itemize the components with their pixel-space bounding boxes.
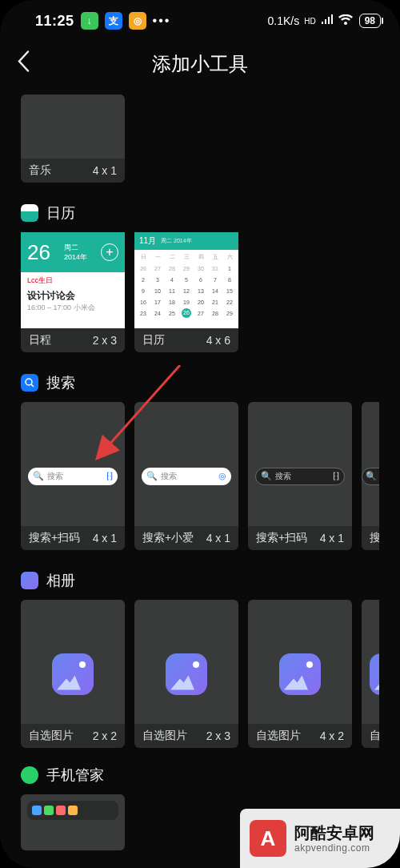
app-icon-1: ↓ [81, 12, 98, 30]
widget-name: 自选图片 [29, 729, 74, 743]
scan-icon: ⁅⁆ [333, 471, 339, 481]
wifi-icon [338, 14, 353, 28]
widget-search-scan-light[interactable]: 🔍 搜索 ⁅⁆ 搜索+扫码 4 x 1 [21, 402, 125, 550]
album-section-icon [21, 572, 38, 589]
widget-search-ai-dark[interactable]: 🔍 搜索 搜索+小爱 [362, 402, 379, 550]
widget-size: 4 x 1 [93, 532, 117, 545]
section-title: 相册 [46, 571, 75, 590]
agenda-birthday: Lcc生日 [27, 275, 118, 286]
more-icon: ••• [153, 14, 171, 28]
widget-size: 2 x 2 [93, 729, 117, 742]
signal-icon [321, 14, 334, 28]
widget-name: 搜索+扫码 [29, 531, 80, 545]
widget-name: 自选图片 [256, 729, 301, 743]
photo-icon [370, 653, 379, 695]
add-event-icon[interactable]: + [101, 243, 118, 261]
section-search: 搜索 🔍 搜索 ⁅⁆ 搜索+扫码 4 x 1 🔍 [21, 373, 379, 550]
ai-icon: ◎ [218, 471, 226, 481]
section-title: 日历 [46, 203, 75, 223]
widget-calendar-month[interactable]: 11月 周二 2014年 日一二三四五六 2627282930311 23456… [134, 232, 238, 352]
brand-logo-icon: A [250, 820, 286, 857]
widget-size: 4 x 1 [206, 532, 230, 545]
widget-name: 日历 [142, 333, 165, 348]
search-icon: 🔍 [366, 471, 377, 481]
widget-guard[interactable] [21, 794, 125, 850]
svg-point-0 [26, 379, 32, 385]
agenda-meta: 周二 2014年 [64, 243, 87, 262]
widget-size: 4 x 6 [206, 334, 230, 347]
brand-site: akpvending.com [294, 842, 374, 854]
widget-album-2x3[interactable]: 自选图片 2 x 3 [134, 600, 238, 748]
widget-music[interactable]: 音乐 4 x 1 [21, 94, 125, 183]
widget-name: 自选图片 [370, 729, 379, 743]
weibo-icon: ◎ [129, 12, 146, 30]
alipay-icon: 支 [105, 12, 122, 30]
widget-search-ai-light[interactable]: 🔍 搜索 ◎ 搜索+小爱 4 x 1 [134, 402, 238, 550]
section-album: 相册 自选图片 2 x 2 自选图片 2 x 3 [21, 571, 379, 748]
photo-icon [52, 653, 94, 695]
calendar-today: 26 [182, 308, 191, 318]
widget-name: 搜索+扫码 [256, 531, 307, 545]
widget-name: 搜索+小爱 [370, 531, 379, 545]
calendar-icon [21, 204, 38, 222]
widget-album-partial[interactable]: 自选图片 [362, 600, 379, 748]
search-section-icon [21, 374, 38, 392]
cal-month: 11月 [139, 235, 156, 247]
phone-frame: 11:25 ↓ 支 ◎ ••• 0.1K/s HD 98 添加小工具 [0, 0, 400, 868]
agenda-event-title: 设计讨论会 [27, 289, 118, 303]
nav-header: 添加小工具 [0, 38, 400, 90]
widget-size: 4 x 1 [320, 532, 344, 545]
search-icon: 🔍 [146, 471, 158, 481]
cal-sub: 周二 2014年 [161, 237, 192, 245]
back-button[interactable] [16, 50, 32, 78]
widget-calendar-agenda[interactable]: 26 周二 2014年 + Lcc生日 设计讨论会 16:00 – 17:00 … [21, 232, 125, 352]
scan-icon: ⁅⁆ [106, 471, 113, 481]
search-placeholder: 搜索 [47, 471, 103, 482]
agenda-day: 26 [27, 240, 50, 265]
agenda-weekday: 周二 [64, 243, 78, 251]
widget-size: 4 x 2 [320, 729, 344, 742]
status-time: 11:25 [35, 13, 74, 30]
battery-level: 98 [365, 15, 375, 26]
widget-size: 2 x 3 [93, 334, 117, 347]
widget-name: 音乐 [29, 163, 51, 178]
section-title: 手机管家 [46, 766, 104, 785]
widget-search-scan-dark[interactable]: 🔍 搜索 ⁅⁆ 搜索+扫码 4 x 1 [248, 402, 352, 550]
widget-size: 4 x 1 [93, 164, 117, 177]
net-speed: 0.1K/s [267, 14, 299, 27]
watermark: A 阿酷安卓网 akpvending.com [240, 809, 400, 868]
search-placeholder: 搜索 [275, 471, 330, 482]
widget-name: 自选图片 [142, 729, 187, 743]
hd-icon: HD [304, 17, 315, 26]
section-calendar: 日历 26 周二 2014年 + Lcc生日 设计讨论会 [21, 203, 379, 352]
widget-album-4x2[interactable]: 自选图片 4 x 2 [248, 600, 352, 748]
battery-indicator: 98 [359, 14, 381, 28]
widget-list: 音乐 4 x 1 日历 26 周二 2014年 [0, 94, 400, 850]
photo-icon [279, 653, 321, 695]
brand-name: 阿酷安卓网 [294, 823, 374, 842]
photo-icon [166, 653, 207, 695]
calendar-grid: 日一二三四五六 2627282930311 2345678 9101112131… [134, 250, 238, 328]
agenda-year: 2014年 [64, 253, 87, 261]
search-icon: 🔍 [33, 471, 44, 481]
status-bar: 11:25 ↓ 支 ◎ ••• 0.1K/s HD 98 [0, 5, 400, 34]
agenda-event-time: 16:00 – 17:00 小米会 [27, 303, 118, 313]
widget-name: 搜索+小爱 [142, 531, 194, 545]
guard-section-icon [21, 766, 38, 784]
widget-size: 2 x 3 [206, 729, 230, 742]
section-title: 搜索 [46, 373, 75, 392]
guard-apps-icon [27, 801, 118, 820]
search-icon: 🔍 [261, 471, 272, 481]
page-title: 添加小工具 [152, 51, 248, 77]
widget-name: 日程 [29, 333, 51, 348]
search-placeholder: 搜索 [161, 471, 215, 482]
widget-album-2x2[interactable]: 自选图片 2 x 2 [21, 600, 125, 748]
